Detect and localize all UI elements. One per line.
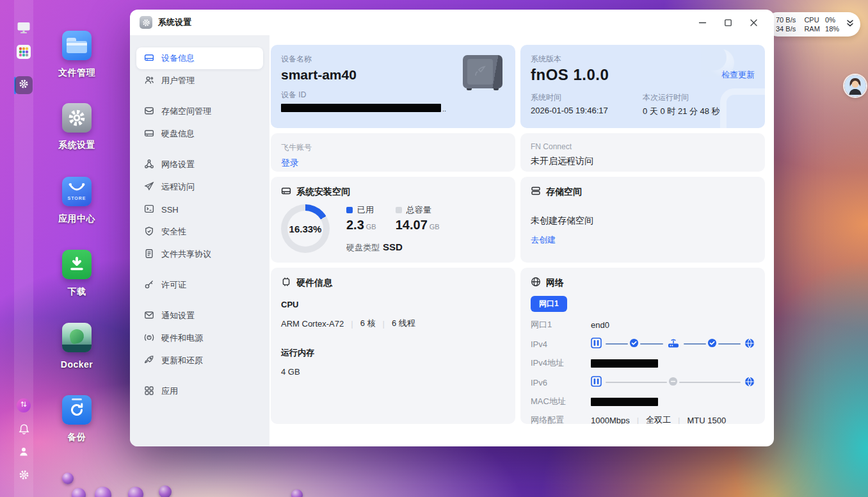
sidebar-item-label: 通知设置 <box>161 310 195 322</box>
desktop-icon-download[interactable]: Docker 下载 <box>38 250 115 298</box>
device-id-suffix: .. <box>442 106 446 112</box>
sidebar-item-file-sharing[interactable]: 文件共享协议 <box>136 243 263 265</box>
collapse-widget-button[interactable] <box>846 19 854 30</box>
total-unit: GB <box>430 223 440 231</box>
cpu-label: CPU <box>804 15 825 24</box>
sidebar-item-label: 用户管理 <box>161 75 195 86</box>
settings-sidebar: 设备信息 用户管理 存储空间管理 硬盘信息 网络设置 远程访问 <box>130 35 269 446</box>
sidebar-item-label: 硬盘信息 <box>161 128 195 140</box>
check-icon <box>628 338 640 350</box>
cpu-label: CPU <box>281 300 505 309</box>
separator: | <box>678 416 680 425</box>
ram-label: 运行内存 <box>281 347 505 359</box>
user-menu-button[interactable] <box>17 446 31 460</box>
system-version-card: 系统版本 fnOS 1.0.0 检查更新 系统时间 2026-01-05 19:… <box>520 45 765 128</box>
desktop-icon-label: 系统设置 <box>58 140 95 151</box>
settings-app-icon <box>140 16 152 29</box>
desktop-icon-backup[interactable]: 备份 <box>38 395 115 443</box>
desktop-icon-system-settings[interactable]: 系统设置 <box>38 103 115 151</box>
app-launcher-button[interactable] <box>15 45 32 61</box>
disk-type-label: 硬盘类型 <box>346 243 380 252</box>
device-info-panel: 设备名称 smart-am40 设备 ID .. 系统版本 <box>269 35 774 446</box>
ipv4-connection-diagram <box>591 338 755 350</box>
user-avatar[interactable] <box>844 75 866 97</box>
legend-total: 总容量 14.07GB <box>396 204 440 232</box>
sidebar-item-network-settings[interactable]: 网络设置 <box>136 154 263 175</box>
window-titlebar[interactable]: 系统设置 <box>130 10 774 35</box>
cpu-usage: 0% <box>825 15 844 24</box>
envelope-icon <box>144 310 154 322</box>
separator: | <box>637 416 639 425</box>
sidebar-item-disk-info[interactable]: 硬盘信息 <box>136 123 263 145</box>
network-upload-speed: 70 B/s <box>776 15 803 24</box>
app-store-icon: STORE <box>62 177 92 206</box>
desktop-icon-label: 应用中心 <box>58 213 95 225</box>
fn-connect-status: 未开启远程访问 <box>531 156 755 167</box>
device-info-icon <box>144 53 154 65</box>
taskbar-settings-button[interactable] <box>15 76 33 94</box>
sidebar-item-device-info[interactable]: 设备信息 <box>136 47 263 69</box>
quick-settings-button[interactable] <box>17 469 31 483</box>
bell-icon <box>18 423 30 438</box>
port1-tab[interactable]: 网口1 <box>531 296 567 312</box>
sidebar-item-license[interactable]: 许可证 <box>136 274 263 296</box>
mtu-value: MTU 1500 <box>687 416 727 425</box>
ram-usage: 18% <box>825 24 844 33</box>
minimize-button[interactable] <box>689 13 715 31</box>
mac-address-label: MAC地址 <box>531 396 591 407</box>
app-grid-icon <box>16 44 31 62</box>
sidebar-item-update-restore[interactable]: 更新和还原 <box>136 350 263 371</box>
cpu-model: ARM Cortex-A72 <box>281 319 344 329</box>
desktop-icon-app-center[interactable]: STORE 应用中心 <box>38 177 115 225</box>
desktop-icon-label: Docker <box>61 359 93 370</box>
store-badge-text: STORE <box>68 196 86 200</box>
close-button[interactable] <box>741 13 766 31</box>
create-storage-link[interactable]: 去创建 <box>531 234 755 246</box>
disk-icon <box>144 128 154 140</box>
disconnected-icon <box>667 377 679 388</box>
sidebar-item-storage-pool[interactable]: 存储空间管理 <box>136 101 263 122</box>
double-chevron-down-icon <box>846 19 854 30</box>
cpu-cores: 6 核 <box>360 318 376 329</box>
sidebar-item-label: 许可证 <box>161 279 186 291</box>
disk-type-value: SSD <box>383 241 403 252</box>
system-monitor-widget[interactable]: 70 B/s 34 B/s CPU RAM 0% 18% <box>766 12 860 37</box>
users-icon <box>144 75 154 87</box>
maximize-button[interactable] <box>715 13 741 31</box>
sidebar-item-user-management[interactable]: 用户管理 <box>136 70 263 92</box>
used-swatch <box>346 207 353 213</box>
total-swatch <box>396 207 402 213</box>
desktop-icon-file-manager[interactable]: 文件管理 <box>38 31 115 79</box>
install-space-title: 系统安装空间 <box>296 186 350 198</box>
sidebar-item-ssh[interactable]: SSH <box>136 199 263 220</box>
sidebar-item-notifications[interactable]: 通知设置 <box>136 305 263 327</box>
login-link[interactable]: 登录 <box>281 158 505 169</box>
notifications-button[interactable] <box>17 423 31 437</box>
sidebar-item-remote-access[interactable]: 远程访问 <box>136 176 263 198</box>
sidebar-group-gap <box>136 145 263 154</box>
total-value: 14.07 <box>396 218 428 232</box>
install-space-donut-chart: 16.33% <box>281 204 330 253</box>
sidebar-item-label: 设备信息 <box>161 53 195 64</box>
used-unit: GB <box>366 223 376 231</box>
ipv6-connection-diagram <box>591 376 755 389</box>
gear-icon <box>19 469 29 483</box>
wallpaper-bubble <box>159 485 172 497</box>
window-title: 系统设置 <box>158 17 191 28</box>
storage-pool-icon <box>144 106 154 118</box>
sidebar-item-security[interactable]: 安全性 <box>136 221 263 243</box>
sidebar-item-apps[interactable]: 应用 <box>136 380 263 402</box>
separator: | <box>382 319 384 329</box>
router-icon <box>667 338 680 350</box>
rocket-icon <box>144 355 154 367</box>
ram-value: 4 GB <box>281 367 505 377</box>
desktop-button[interactable] <box>15 20 32 37</box>
sidebar-item-hardware-power[interactable]: 硬件和电源 <box>136 327 263 349</box>
interface-value: end0 <box>591 320 755 330</box>
ipv4-address-redacted <box>591 359 658 368</box>
hardware-title: 硬件信息 <box>296 277 332 289</box>
fn-account-label: 飞牛账号 <box>281 142 505 153</box>
transfer-tasks-button[interactable] <box>17 398 31 412</box>
desktop-icon-docker[interactable]: Docker <box>38 323 115 370</box>
docker-icon <box>62 323 92 352</box>
